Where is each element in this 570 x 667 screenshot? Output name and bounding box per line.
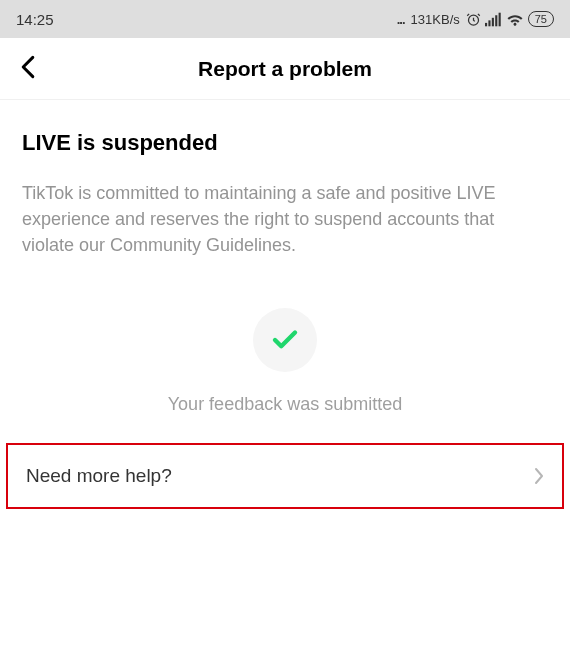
ellipsis-icon: ... bbox=[397, 12, 405, 27]
body-text: TikTok is committed to maintaining a saf… bbox=[22, 180, 548, 258]
header: Report a problem bbox=[0, 38, 570, 100]
chevron-right-icon bbox=[534, 467, 544, 485]
svg-rect-2 bbox=[488, 20, 490, 26]
checkmark-icon bbox=[270, 325, 300, 355]
feedback-block: Your feedback was submitted bbox=[22, 308, 548, 415]
help-label: Need more help? bbox=[26, 465, 172, 487]
wifi-icon bbox=[506, 12, 524, 26]
network-speed: 131KB/s bbox=[411, 12, 460, 27]
page-title: Report a problem bbox=[198, 57, 372, 81]
check-circle bbox=[253, 308, 317, 372]
status-time: 14:25 bbox=[16, 11, 54, 28]
svg-rect-5 bbox=[498, 12, 500, 26]
content: LIVE is suspended TikTok is committed to… bbox=[0, 100, 570, 415]
svg-rect-3 bbox=[492, 17, 494, 26]
status-icons: 75 bbox=[466, 11, 554, 27]
battery-icon: 75 bbox=[528, 11, 554, 27]
signal-icon bbox=[485, 12, 502, 27]
svg-rect-4 bbox=[495, 15, 497, 26]
need-more-help-row[interactable]: Need more help? bbox=[6, 443, 564, 509]
back-button[interactable] bbox=[14, 49, 42, 89]
chevron-left-icon bbox=[20, 55, 36, 79]
section-heading: LIVE is suspended bbox=[22, 130, 548, 156]
status-right: ... 131KB/s 75 bbox=[397, 11, 554, 27]
alarm-icon bbox=[466, 12, 481, 27]
svg-rect-1 bbox=[485, 22, 487, 25]
status-bar: 14:25 ... 131KB/s 75 bbox=[0, 0, 570, 38]
feedback-text: Your feedback was submitted bbox=[168, 394, 402, 415]
